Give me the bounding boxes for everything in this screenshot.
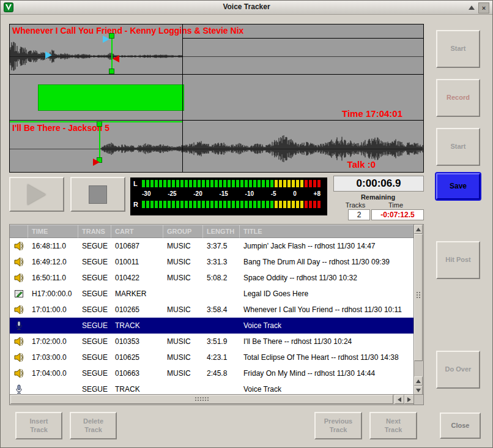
log-row[interactable]: H17:00:00.0SEGUEMARKERLegal ID Goes Here (10, 286, 414, 302)
titlebar[interactable]: Voice Tracker × (1, 1, 492, 15)
meter-segment (292, 180, 295, 187)
track2-waveform-strip[interactable]: I'll Be There - Jackson 5 Talk :0 (10, 121, 423, 172)
log-cell: Total Eclipse Of The Heart -- rdhost 11/… (240, 353, 414, 362)
start-track1-button[interactable]: Start (436, 30, 480, 68)
log-cell: Space Oddity -- rdhost 11/30 10:32 (240, 274, 414, 282)
voice-track-strip[interactable]: Time 17:04:01 (10, 75, 423, 121)
meter-scale: -30-25-20-15-10-50+8 (142, 190, 321, 197)
log-row[interactable]: 16:49:12.0SEGUE010011MUSIC3:31.3Bang The… (10, 254, 414, 270)
log-list: TIMETRANSCARTGROUPLENGTHTITLE 16:48:11.0… (9, 224, 424, 405)
column-header-length[interactable]: LENGTH (203, 225, 240, 238)
meter-segment (253, 201, 256, 208)
edit-cursor[interactable] (182, 24, 183, 172)
log-row[interactable]: 17:02:00.0SEGUE010353MUSIC3:51.9I'll Be … (10, 334, 414, 349)
meter-segment (210, 180, 213, 187)
horizontal-scroll-thumb[interactable] (10, 395, 393, 404)
scroll-up-button[interactable] (414, 225, 423, 234)
play-button[interactable] (9, 177, 64, 212)
column-header-group[interactable]: GROUP (163, 225, 203, 238)
waveform-editor[interactable]: Whenever I Call You Friend - Kenny Loggi… (9, 24, 424, 173)
column-header-trans[interactable]: TRANS (78, 225, 111, 238)
column-header-time[interactable]: TIME (28, 225, 78, 238)
log-row[interactable]: SEGUETRACKVoice Track (10, 381, 414, 395)
meter-segment (150, 201, 154, 208)
scroll-up-button-2[interactable] (414, 376, 423, 386)
log-row[interactable]: SEGUETRACKVoice Track (10, 318, 414, 334)
maximize-button[interactable] (467, 2, 476, 12)
insert-track-button[interactable]: Insert Track (15, 412, 62, 439)
close-button[interactable]: Close (440, 413, 481, 439)
log-row[interactable]: 16:48:11.0SEGUE010687MUSIC3:37.5Jumpin' … (10, 238, 414, 254)
fade-marker-icon[interactable] (113, 55, 119, 62)
meter-segment (300, 180, 303, 187)
track1-waveform-strip[interactable]: Whenever I Call You Friend - Kenny Loggi… (10, 24, 423, 75)
log-cell: 16:50:11.0 (28, 274, 78, 282)
meter-segment (262, 201, 265, 208)
marker-handle[interactable] (109, 33, 114, 39)
meter-segment (206, 201, 209, 208)
horizontal-scrollbar[interactable] (10, 394, 414, 405)
track1-start-marker-line[interactable] (111, 35, 113, 73)
meter-segment (317, 180, 321, 187)
marker-handle[interactable] (97, 121, 102, 127)
marker-handle[interactable] (109, 69, 114, 74)
record-button[interactable]: Record (436, 79, 480, 117)
log-row[interactable]: 17:01:00.0SEGUE010265MUSIC3:58.4Whenever… (10, 302, 414, 318)
close-window-button[interactable]: × (478, 2, 489, 13)
meter-segment (202, 201, 205, 208)
fade-marker-icon[interactable] (93, 159, 100, 166)
scroll-down-button[interactable] (414, 386, 423, 395)
log-cell: 2:45.8 (203, 369, 240, 378)
voice-tracker-window: Voice Tracker × Whenever I Call You Frie… (0, 0, 493, 448)
meter-segment (219, 180, 222, 187)
arrow-left-icon (398, 397, 401, 402)
meter-segment (258, 180, 261, 187)
arrow-up-icon (416, 379, 421, 383)
stop-button[interactable] (70, 177, 125, 212)
log-row[interactable]: 17:03:00.0SEGUE010625MUSIC4:23.1Total Ec… (10, 349, 414, 365)
do-over-button[interactable]: Do Over (436, 351, 480, 389)
meter-segment (279, 201, 282, 208)
next-track-button[interactable]: Next Track (369, 412, 417, 439)
vertical-scrollbar[interactable] (413, 225, 423, 395)
scroll-left-button[interactable] (395, 395, 404, 404)
delete-track-button[interactable]: Delete Track (70, 412, 117, 439)
meter-segment (266, 180, 269, 187)
meter-segment (142, 180, 145, 187)
log-header-row: TIMETRANSCARTGROUPLENGTHTITLE (10, 225, 414, 238)
stop-icon (89, 185, 107, 204)
track1-title: Whenever I Call You Friend - Kenny Loggi… (12, 26, 243, 35)
save-button[interactable]: Save (436, 173, 480, 200)
meter-segment (198, 180, 201, 187)
previous-track-button[interactable]: Previous Track (314, 412, 362, 439)
segue-marker-icon[interactable] (103, 35, 109, 43)
column-header-cart[interactable]: CART (111, 225, 163, 238)
audio-level-meter: L -30-25-20-15-10-50+8 R (130, 177, 327, 215)
start-track2-button[interactable]: Start (436, 128, 480, 166)
voice-track-region[interactable] (38, 84, 184, 111)
log-cell: MUSIC (163, 274, 203, 282)
track2-start-marker-line[interactable] (99, 122, 100, 161)
hit-post-button[interactable]: Hit Post (436, 241, 480, 279)
meter-segment (155, 201, 158, 208)
log-cell: MUSIC (163, 242, 203, 250)
talk-time-label: Talk :0 (347, 159, 376, 170)
meter-segment (155, 180, 158, 187)
meter-segment (313, 201, 316, 208)
log-cell: SEGUE (78, 242, 111, 250)
vertical-scroll-thumb[interactable] (414, 234, 423, 361)
log-cell: SEGUE (78, 289, 111, 298)
column-header-title[interactable]: TITLE (240, 225, 414, 238)
meter-segment (236, 180, 239, 187)
elapsed-time-display: 0:00:06.9 (333, 176, 424, 192)
log-row[interactable]: 16:50:11.0SEGUE010422MUSIC5:08.2Space Od… (10, 270, 414, 286)
column-header-icon[interactable] (10, 225, 28, 238)
segue-marker-icon[interactable] (45, 51, 52, 59)
meter-segment (309, 201, 312, 208)
scroll-right-button[interactable] (404, 395, 414, 404)
log-cell: MUSIC (163, 337, 203, 346)
log-row[interactable]: 17:04:00.0SEGUE010663MUSIC2:45.8Friday O… (10, 365, 414, 381)
meter-segment (279, 180, 282, 187)
meter-scale-label: -30 (142, 190, 150, 197)
speaker-icon (10, 368, 28, 378)
